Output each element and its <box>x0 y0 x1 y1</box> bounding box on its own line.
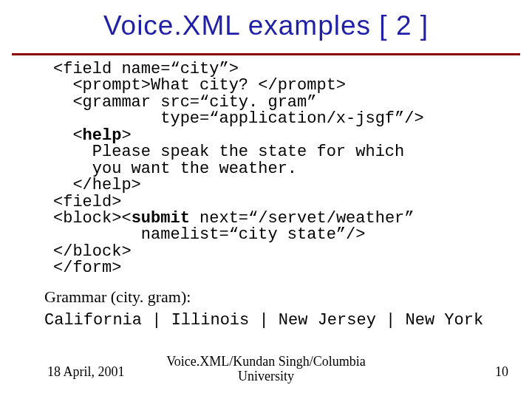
code-line: </block> <box>53 242 132 261</box>
code-bold-help: help <box>83 126 122 145</box>
code-block: <field name=“city”> <prompt>What city? <… <box>53 61 532 277</box>
code-line: type=“application/x-jsgf”/> <box>53 109 424 128</box>
code-line: <block>< <box>53 209 132 228</box>
code-line: namelist=“city state”/> <box>53 225 365 244</box>
code-line: > <box>121 126 131 145</box>
code-line: <field name=“city”> <box>53 60 239 78</box>
code-line: </form> <box>53 259 121 277</box>
code-line: <field> <box>53 193 121 211</box>
code-line: <grammar src=“city. gram” <box>53 93 316 112</box>
slide: Voice.XML examples [ 2 ] <field name=“ci… <box>0 0 532 399</box>
grammar-content: California | Illinois | New Jersey | New… <box>44 311 532 330</box>
code-line: Please speak the state for which <box>53 143 404 161</box>
code-line: next=“/servet/weather” <box>190 209 415 228</box>
slide-title: Voice.XML examples [ 2 ] <box>0 0 532 49</box>
code-line: </help> <box>53 176 141 194</box>
footer-center: Voice.XML/Kundan Singh/ColumbiaUniversit… <box>0 355 532 384</box>
grammar-label: Grammar (city. gram): <box>44 287 532 307</box>
title-underline <box>12 53 520 55</box>
code-line: < <box>53 126 83 145</box>
code-bold-submit: submit <box>132 209 190 228</box>
code-line: you want the weather. <box>53 160 297 178</box>
code-line: <prompt>What city? </prompt> <box>53 76 346 95</box>
footer-page-number: 10 <box>495 364 508 380</box>
